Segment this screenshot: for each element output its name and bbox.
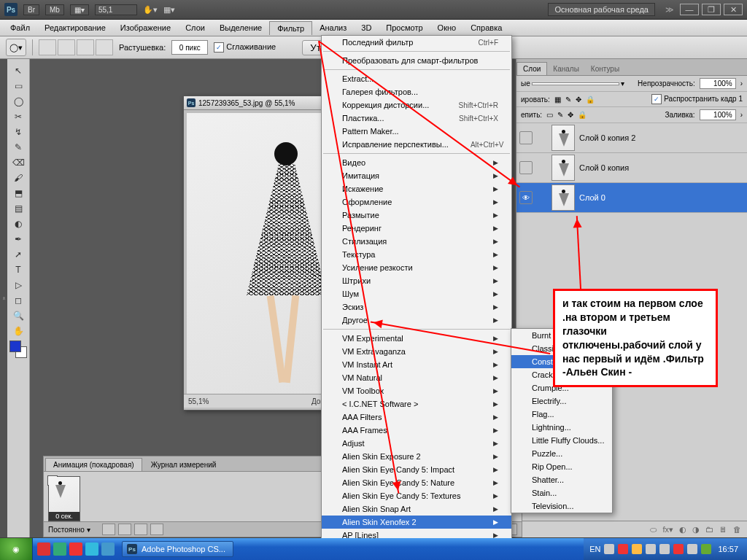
menu-item[interactable]: Размытие▶ — [322, 209, 511, 222]
menu-item[interactable]: Shatter... — [511, 473, 612, 486]
opera-icon[interactable] — [69, 542, 82, 556]
lock-icon[interactable]: 🔒 — [578, 111, 587, 119]
menu-item[interactable]: VM Experimental▶ — [322, 332, 511, 345]
bridge-icon[interactable]: Br — [23, 4, 39, 15]
blend-mode-select[interactable]: ые ▾ — [521, 79, 624, 88]
menu-item[interactable]: Стилизация▶ — [322, 235, 511, 248]
language-indicator[interactable]: EN — [589, 545, 600, 553]
layer-fx-icon[interactable]: fx▾ — [662, 525, 673, 534]
menu-item[interactable]: Искажение▶ — [322, 182, 511, 195]
menu-item[interactable]: Television... — [511, 499, 612, 513]
taskbar-app-photoshop[interactable]: Ps Adobe Photoshop CS... — [122, 541, 233, 557]
tool-item[interactable]: ▷ — [10, 278, 26, 292]
menu-Анализ[interactable]: Анализ — [312, 21, 354, 34]
tool-item[interactable]: T — [10, 262, 26, 277]
menu-item[interactable]: Текстура▶ — [322, 248, 511, 261]
menu-item[interactable]: < I.C.NET Software >▶ — [322, 397, 511, 411]
tool-item[interactable]: ↯ — [10, 125, 26, 139]
layer-row[interactable]: Слой 0 копия 2 — [516, 123, 747, 153]
minibridge-icon[interactable]: Mb — [45, 4, 64, 15]
menu-item[interactable]: Имитация▶ — [322, 169, 511, 182]
minimize-button[interactable]: — — [680, 4, 699, 15]
menu-item[interactable]: Последний фильтрCtrl+F — [322, 36, 511, 49]
menu-item[interactable]: Alien Skin Eye Candy 5: Impact▶ — [322, 463, 511, 476]
panel-tab[interactable]: Каналы — [547, 63, 585, 75]
adjustment-layer-icon[interactable]: ◑ — [692, 525, 700, 534]
opacity-input[interactable]: 100% — [700, 78, 736, 89]
tool-item[interactable]: ▤ — [10, 201, 26, 216]
menu-item[interactable]: Alien Skin Eye Candy 5: Nature▶ — [322, 476, 511, 489]
panel-tab[interactable]: Контуры — [585, 63, 625, 75]
menu-Просмотр[interactable]: Просмотр — [379, 21, 430, 34]
visibility-toggle[interactable] — [519, 161, 533, 174]
tray-nvidia-icon[interactable] — [701, 544, 711, 554]
menu-item[interactable]: Stain... — [511, 486, 612, 499]
tool-item[interactable]: ✋ — [10, 324, 26, 338]
selection-intersect-icon[interactable] — [96, 39, 113, 55]
quicklaunch-icon[interactable] — [53, 542, 66, 556]
link-layers-icon[interactable]: ⬭ — [650, 525, 657, 534]
menu-item[interactable]: Alien Skin Exposure 2▶ — [322, 450, 511, 463]
tool-item[interactable]: ↖ — [10, 63, 26, 78]
propagate-frame-checkbox[interactable]: ✓Распространить кадр 1 — [651, 94, 743, 104]
play-button[interactable] — [134, 524, 147, 535]
menu-item[interactable]: Adjust▶ — [322, 437, 511, 450]
layer-row[interactable]: Слой 0 копия — [516, 153, 747, 183]
search-icon[interactable]: ≫ — [665, 5, 674, 15]
tool-item[interactable]: ➚ — [10, 247, 26, 262]
menu-Выделение[interactable]: Выделение — [212, 21, 269, 34]
color-swatches[interactable] — [9, 341, 27, 358]
tool-item[interactable]: 🔍 — [10, 308, 26, 323]
new-layer-icon[interactable]: 🗏 — [719, 525, 727, 534]
tool-item[interactable]: ◐ — [10, 217, 26, 231]
menu-item[interactable]: Коррекция дисторсии...Shift+Ctrl+R — [322, 98, 511, 112]
menu-item[interactable]: Rip Open... — [511, 460, 612, 473]
quicklaunch-icon[interactable] — [37, 542, 50, 556]
antialias-checkbox[interactable]: ✓Сглаживание — [214, 42, 276, 52]
lock-position-icon[interactable]: ✥ — [576, 96, 581, 104]
prev-frame-button[interactable] — [118, 524, 131, 535]
menu-3D[interactable]: 3D — [354, 21, 379, 34]
menu-item[interactable]: Оформление▶ — [322, 195, 511, 209]
menu-item[interactable]: Pattern Maker... — [322, 125, 511, 138]
menu-Редактирование[interactable]: Редактирование — [37, 21, 113, 34]
maximize-button[interactable]: ❐ — [702, 4, 721, 15]
next-frame-button[interactable] — [150, 524, 163, 535]
menu-item[interactable]: Пластика...Shift+Ctrl+X — [322, 112, 511, 125]
menu-item[interactable]: Другое▶ — [322, 314, 511, 327]
group-icon[interactable]: 🗀 — [705, 525, 713, 534]
quicklaunch-icon[interactable] — [101, 542, 115, 556]
tool-item[interactable]: ⬒ — [10, 186, 26, 201]
delete-layer-icon[interactable]: 🗑 — [733, 525, 741, 534]
loop-selector[interactable]: Постоянно ▾ — [48, 526, 90, 534]
menu-item[interactable]: Штрихи▶ — [322, 274, 511, 287]
start-button[interactable]: ◉ — [0, 538, 33, 560]
menu-item[interactable]: VM Toolbox▶ — [322, 384, 511, 397]
unify-visibility-icon[interactable]: ✎ — [557, 111, 563, 119]
tool-item[interactable]: ✂ — [10, 109, 26, 124]
clock[interactable]: 16:57 — [715, 545, 741, 553]
tray-icon[interactable] — [632, 544, 642, 554]
tray-icon[interactable] — [604, 544, 614, 554]
menu-item[interactable]: Alien Skin Eye Candy 5: Textures▶ — [322, 489, 511, 502]
tray-avira-icon[interactable] — [673, 544, 684, 554]
selection-new-icon[interactable] — [39, 39, 56, 55]
tool-item[interactable]: ◻ — [10, 293, 26, 308]
hand-icon[interactable]: ✋▾ — [143, 5, 158, 15]
menu-Справка[interactable]: Справка — [463, 21, 509, 34]
menu-item[interactable]: Alien Skin Xenofex 2▶ — [322, 516, 511, 529]
menu-item[interactable]: Усиление резкости▶ — [322, 261, 511, 274]
menu-item[interactable]: Исправление перспективы...Alt+Ctrl+V — [322, 138, 511, 151]
tray-icon[interactable] — [687, 544, 697, 554]
panel-tab[interactable]: Слои — [516, 62, 547, 75]
menu-item[interactable]: VM Natural▶ — [322, 371, 511, 384]
selection-add-icon[interactable] — [58, 39, 75, 55]
lock-pixels-icon[interactable]: ✎ — [565, 96, 571, 104]
fill-input[interactable]: 100% — [700, 109, 736, 120]
menu-Слои[interactable]: Слои — [178, 21, 212, 34]
menu-item[interactable]: Electrify... — [511, 394, 612, 408]
feather-input[interactable] — [171, 40, 208, 55]
selection-subtract-icon[interactable] — [77, 39, 94, 55]
layer-mask-icon[interactable]: ◐ — [679, 525, 686, 534]
menu-item[interactable]: Lightning... — [511, 421, 612, 434]
